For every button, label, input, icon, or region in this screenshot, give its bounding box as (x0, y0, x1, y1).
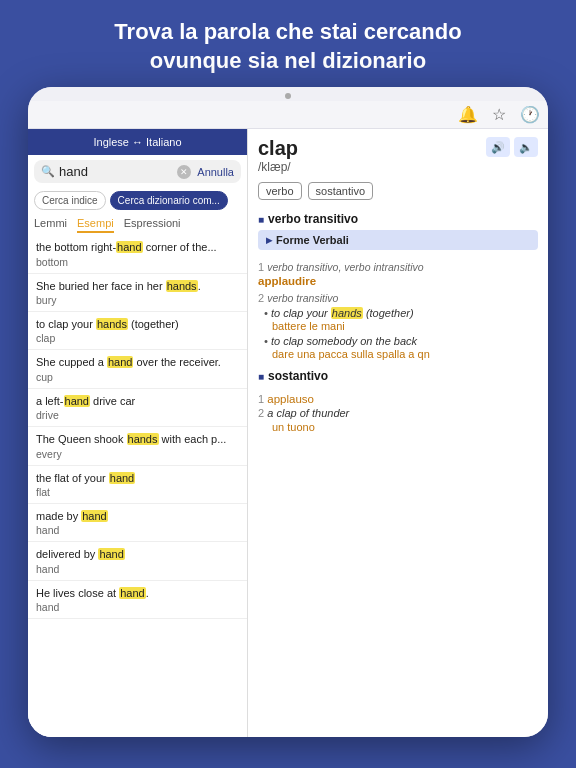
result-phrase: She cupped a hand over the receiver. (36, 355, 239, 370)
audio-buttons: 🔊 🔈 (486, 137, 538, 157)
device-frame: 🔔 ☆ 🕐 Inglese ↔ Italiano 🔍 hand ✕ Annull… (28, 87, 548, 737)
notch-dot (285, 93, 291, 99)
result-word: bury (36, 294, 239, 306)
list-item[interactable]: She buried her face in her hands. bury (28, 274, 247, 312)
audio-button-1[interactable]: 🔊 (486, 137, 510, 157)
results-list: the bottom right-hand corner of the... b… (28, 235, 247, 737)
top-icon-bar: 🔔 ☆ 🕐 (28, 101, 548, 129)
search-icon: 🔍 (41, 165, 55, 178)
result-word: drive (36, 409, 239, 421)
verb-section-title: verbo transitivo (258, 212, 538, 226)
result-phrase: She buried her face in her hands. (36, 279, 239, 294)
notifications-icon[interactable]: 🔔 (458, 105, 478, 124)
word-type-tabs: Lemmi Esempi Espressioni (28, 213, 247, 235)
list-item[interactable]: the flat of your hand flat (28, 466, 247, 504)
language-bar[interactable]: Inglese ↔ Italiano (28, 129, 247, 155)
result-phrase: delivered by hand (36, 547, 239, 562)
entry-header: clap /klæp/ 🔊 🔈 (258, 137, 538, 178)
def-num-1: 1 verbo transitivo, verbo intransitivo (258, 261, 538, 273)
result-word: every (36, 448, 239, 460)
search-input[interactable]: hand (59, 164, 177, 179)
result-phrase: The Queen shook hands with each p... (36, 432, 239, 447)
list-item[interactable]: The Queen shook hands with each p... eve… (28, 427, 247, 465)
pos-chip-verbo[interactable]: verbo (258, 182, 302, 200)
star-icon[interactable]: ☆ (492, 105, 506, 124)
result-word: hand (36, 524, 239, 536)
example-1-translation: battere le mani (272, 320, 538, 332)
noun-def-1: 1 applauso (258, 393, 538, 405)
forms-label: Forme Verbali (266, 234, 530, 246)
result-word: bottom (36, 256, 239, 268)
def-translation-1[interactable]: applaudire (258, 275, 538, 287)
pos-chip-sostantivo[interactable]: sostantivo (308, 182, 374, 200)
tab-espressioni[interactable]: Espressioni (124, 215, 181, 233)
result-word: flat (36, 486, 239, 498)
list-item[interactable]: the bottom right-hand corner of the... b… (28, 235, 247, 273)
search-tab-dictionary[interactable]: Cerca dizionario com... (110, 191, 228, 210)
def-sub-1: verbo transitivo, verbo intransitivo (267, 261, 423, 273)
search-tabs: Cerca indice Cerca dizionario com... (28, 188, 247, 213)
list-item[interactable]: a left-hand drive car drive (28, 389, 247, 427)
app-container: Inglese ↔ Italiano 🔍 hand ✕ Annulla Cerc… (28, 129, 548, 737)
search-cancel-button[interactable]: Annulla (197, 166, 234, 178)
history-icon[interactable]: 🕐 (520, 105, 540, 124)
entry-word-group: clap /klæp/ (258, 137, 298, 178)
list-item[interactable]: delivered by hand hand (28, 542, 247, 580)
header-text: Trova la parola che stai cercando ovunqu… (84, 0, 491, 87)
list-item[interactable]: He lives close at hand. hand (28, 581, 247, 619)
def-sub-2: verbo transitivo (267, 292, 338, 304)
result-phrase: the flat of your hand (36, 471, 239, 486)
entry-phonetic: /klæp/ (258, 160, 298, 174)
list-item[interactable]: She cupped a hand over the receiver. cup (28, 350, 247, 388)
device-notch (28, 87, 548, 101)
result-word: clap (36, 332, 239, 344)
definition-1: 1 verbo transitivo, verbo intransitivo a… (258, 256, 538, 287)
noun-section-title: sostantivo (258, 369, 538, 383)
left-panel: Inglese ↔ Italiano 🔍 hand ✕ Annulla Cerc… (28, 129, 248, 737)
example-2: to clap somebody on the back (264, 335, 538, 347)
definition-2: 2 verbo transitivo to clap your hands (t… (258, 287, 538, 363)
result-word: hand (36, 601, 239, 613)
result-phrase: He lives close at hand. (36, 586, 239, 601)
noun-def-2-translation: un tuono (272, 421, 538, 433)
noun-def-2: 2 a clap of thunder (258, 407, 538, 419)
def-num-2: 2 verbo transitivo (258, 292, 538, 304)
forms-box: Forme Verbali (258, 230, 538, 250)
result-word: hand (36, 563, 239, 575)
audio-button-2[interactable]: 🔈 (514, 137, 538, 157)
right-panel: clap /klæp/ 🔊 🔈 verbo sostantivo verbo t… (248, 129, 548, 737)
pos-chips: verbo sostantivo (258, 182, 538, 200)
example-2-translation: dare una pacca sulla spalla a qn (272, 348, 538, 360)
result-word: cup (36, 371, 239, 383)
list-item[interactable]: to clap your hands (together) clap (28, 312, 247, 350)
list-item[interactable]: made by hand hand (28, 504, 247, 542)
example-1: to clap your hands (together) (264, 307, 538, 319)
result-phrase: the bottom right-hand corner of the... (36, 240, 239, 255)
noun-entry: 1 applauso 2 a clap of thunder un tuono (258, 391, 538, 436)
tab-lemmi[interactable]: Lemmi (34, 215, 67, 233)
entry-word: clap (258, 137, 298, 160)
result-phrase: a left-hand drive car (36, 394, 239, 409)
search-tab-index[interactable]: Cerca indice (34, 191, 106, 210)
search-clear-button[interactable]: ✕ (177, 165, 191, 179)
search-bar: 🔍 hand ✕ Annulla (34, 160, 241, 183)
result-phrase: made by hand (36, 509, 239, 524)
result-phrase: to clap your hands (together) (36, 317, 239, 332)
tab-esempi[interactable]: Esempi (77, 215, 114, 233)
